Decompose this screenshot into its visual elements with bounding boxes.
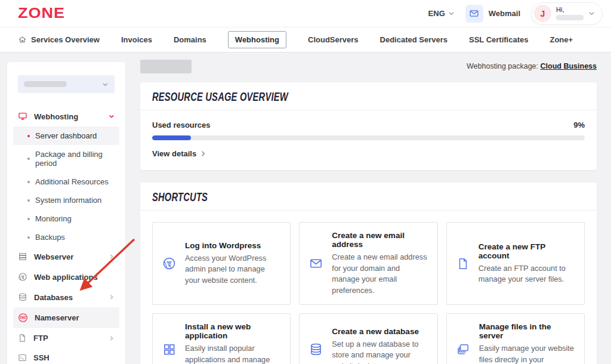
wordpress-icon <box>18 272 27 282</box>
top-header: zone ENG Webmail J Hi, <box>0 0 611 27</box>
sidebar-item-label: Package and billing period <box>35 150 115 168</box>
sidebar-item-additional-resources[interactable]: Additional Resources <box>13 172 119 191</box>
tab-label: Dedicated Servers <box>380 35 448 44</box>
tab-label: Zone+ <box>550 35 573 44</box>
sidebar-item-ftp[interactable]: FTP <box>13 328 119 348</box>
tab-dedicated-servers[interactable]: Dedicated Servers <box>380 35 448 44</box>
redacted-domain-value <box>24 81 67 87</box>
chevron-right-icon <box>109 335 115 341</box>
sidebar-item-databases[interactable]: Databases <box>13 287 119 307</box>
shortcut-card-wordpress-login[interactable]: Log into Wordpress Access your WordPress… <box>152 222 291 305</box>
sidebar-item-monitoring[interactable]: Monitoring <box>13 209 119 228</box>
dns-icon: DNS <box>18 313 28 323</box>
tab-services-overview[interactable]: Services Overview <box>18 35 100 44</box>
shortcut-text: Install a new web application Easily ins… <box>185 322 280 364</box>
file-icon <box>456 257 470 270</box>
chevron-right-icon <box>200 150 206 157</box>
tab-label: Invoices <box>121 35 152 44</box>
shortcuts-card: Shortcuts Log into Wordpress Access your… <box>140 183 597 364</box>
sidebar: Webhosting Server dashboard Package and … <box>7 62 125 364</box>
tab-ssl-certificates[interactable]: SSL Certificates <box>469 35 528 44</box>
shortcut-title: Log into Wordpress <box>185 241 280 250</box>
shortcut-card-install-web-app[interactable]: Install a new web application Easily ins… <box>152 313 291 364</box>
user-menu[interactable]: J Hi, <box>531 2 603 25</box>
shortcut-card-new-email[interactable]: Create a new email address Create a new … <box>299 222 437 305</box>
shortcut-card-new-ftp[interactable]: Create a new FTP account Create an FTP a… <box>446 222 585 305</box>
redacted-page-title <box>140 60 192 73</box>
shortcuts-grid: Log into Wordpress Access your WordPress… <box>140 211 597 364</box>
avatar: J <box>534 5 551 22</box>
domain-select[interactable] <box>18 75 115 93</box>
resource-usage-title-row: Resource Usage Overview <box>140 82 597 110</box>
usage-percent: 9% <box>573 121 585 129</box>
sidebar-item-webserver[interactable]: Webserver <box>13 246 119 267</box>
bullet-icon <box>27 236 30 239</box>
bullet-icon <box>27 199 30 202</box>
webhosting-package-info: Webhosting package: Cloud Business <box>467 62 597 70</box>
shortcut-title: Manage files in the server <box>479 322 575 340</box>
tab-zone-plus[interactable]: Zone+ <box>550 35 573 44</box>
webmail-button[interactable]: Webmail <box>465 5 520 23</box>
shortcut-text: Create a new email address Create a new … <box>332 231 427 296</box>
bullet-icon <box>27 181 30 183</box>
resource-usage-body: Used resources 9% View details <box>140 110 597 170</box>
sidebar-item-system-information[interactable]: System information <box>13 191 119 209</box>
sidebar-item-label: Webhosting <box>34 112 78 121</box>
shortcut-description: Access your WordPress admin panel to man… <box>185 253 280 286</box>
usage-bar-fill <box>152 135 191 140</box>
shortcut-description: Create a new email address for your doma… <box>332 252 427 296</box>
user-text: Hi, <box>556 7 584 20</box>
sidebar-item-label: Web applications <box>34 273 98 282</box>
chevron-down-icon <box>109 113 115 119</box>
chevron-down-icon <box>448 10 455 17</box>
tab-label: Webhosting <box>235 35 279 44</box>
shortcut-card-manage-files[interactable]: Manage files in the server Easily manage… <box>446 313 585 364</box>
file-icon <box>18 334 27 343</box>
shortcut-description: Set up a new database to store and manag… <box>332 339 427 364</box>
tab-invoices[interactable]: Invoices <box>121 35 152 44</box>
usage-row: Used resources 9% <box>152 121 585 129</box>
tab-domains[interactable]: Domains <box>174 35 206 44</box>
zone-logo[interactable]: zone <box>18 5 65 22</box>
sidebar-item-backups[interactable]: Backups <box>13 228 119 246</box>
sidebar-item-web-applications[interactable]: Web applications <box>13 267 119 287</box>
sidebar-item-nameserver[interactable]: DNS Nameserver <box>13 307 119 328</box>
shortcut-title: Create a new database <box>332 327 427 336</box>
webmail-envelope-icon <box>465 5 483 23</box>
chevron-down-icon <box>588 10 595 17</box>
language-selector[interactable]: ENG <box>428 9 455 18</box>
shortcut-card-new-database[interactable]: Create a new database Set up a new datab… <box>299 313 437 364</box>
header-actions: ENG Webmail J Hi, <box>428 2 603 25</box>
shortcut-text: Create a new FTP account Create an FTP a… <box>479 242 575 285</box>
svg-text:DNS: DNS <box>20 316 26 319</box>
chevron-right-icon <box>109 254 115 260</box>
sidebar-item-server-dashboard[interactable]: Server dashboard <box>13 127 119 145</box>
tab-webhosting[interactable]: Webhosting <box>228 31 286 48</box>
shortcuts-title-row: Shortcuts <box>140 183 597 211</box>
tab-label: CloudServers <box>308 35 359 44</box>
grid-icon <box>162 343 176 356</box>
resource-usage-title: Resource Usage Overview <box>152 90 288 104</box>
sidebar-item-label: Backups <box>35 233 65 242</box>
tab-label: Domains <box>174 35 206 44</box>
used-resources-label: Used resources <box>152 121 211 129</box>
content-header: Webhosting package: Cloud Business <box>140 57 597 75</box>
wordpress-icon <box>162 257 176 270</box>
view-details-link[interactable]: View details <box>152 149 585 158</box>
sidebar-item-label: FTP <box>33 334 48 343</box>
tab-cloudservers[interactable]: CloudServers <box>308 35 359 44</box>
resource-usage-card: Resource Usage Overview Used resources 9… <box>140 82 597 170</box>
sidebar-item-package-and-billing-period[interactable]: Package and billing period <box>13 145 119 172</box>
shortcut-text: Create a new database Set up a new datab… <box>332 327 427 364</box>
sidebar-item-label: SSH <box>33 353 50 362</box>
sidebar-item-webhosting[interactable]: Webhosting <box>13 106 119 127</box>
sidebar-item-label: System information <box>35 196 101 205</box>
sidebar-item-label: Server dashboard <box>35 131 97 140</box>
package-label: Webhosting package: <box>467 62 538 70</box>
database-icon <box>18 292 27 302</box>
sidebar-item-ssh[interactable]: SSH <box>13 348 119 364</box>
package-link[interactable]: Cloud Business <box>541 62 597 70</box>
shortcut-title: Create a new email address <box>332 231 427 249</box>
main-navigation: Services Overview Invoices Domains Webho… <box>0 27 611 53</box>
shortcuts-title: Shortcuts <box>152 190 208 204</box>
